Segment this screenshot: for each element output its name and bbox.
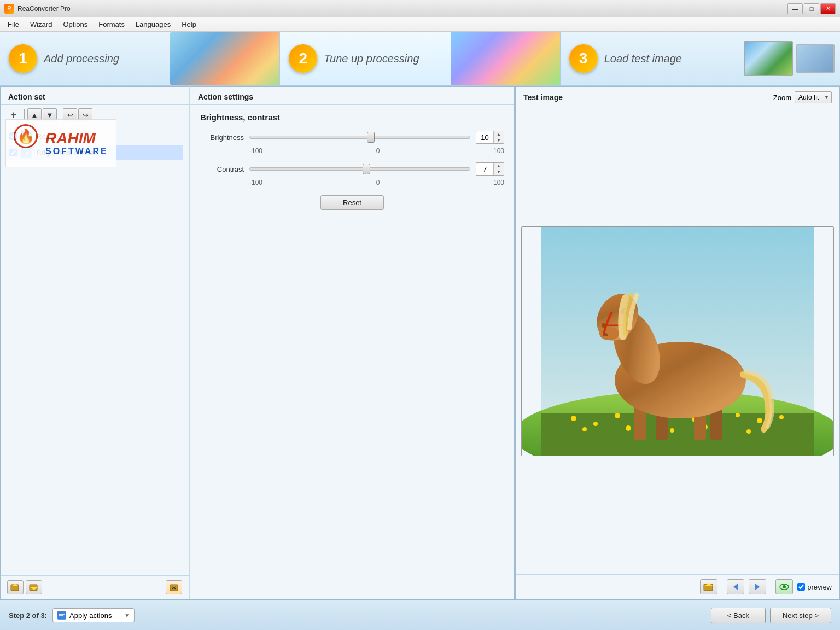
step-dropdown[interactable]: Apply actions ▼ (52, 608, 135, 622)
brightness-min: -100 (249, 147, 262, 155)
preview-checkbox[interactable] (797, 583, 805, 591)
svg-marker-42 (755, 584, 760, 590)
undo-button[interactable]: ↩ (63, 108, 77, 121)
svg-rect-38 (541, 227, 814, 456)
svg-point-44 (783, 585, 786, 588)
close-button[interactable]: ✕ (820, 3, 836, 14)
action-set-bottom (1, 575, 189, 599)
brightness-label: Brightness (200, 133, 244, 142)
next-button[interactable]: Next step > (770, 608, 831, 623)
action-checkbox-resize[interactable] (9, 132, 17, 140)
brightness-labels: -100 0 100 (200, 147, 504, 155)
step-info: Step 2 of 3: Apply actions ▼ (9, 608, 135, 622)
action-checkbox-brightness[interactable] (9, 149, 17, 156)
action-set-title: Action set (1, 87, 189, 105)
next-image-button[interactable] (749, 579, 766, 594)
test-image-title: Test image (523, 93, 563, 102)
step-circle-1: 1 (9, 44, 37, 73)
separator-3 (722, 581, 722, 592)
save-actions-button[interactable] (26, 580, 42, 594)
action-item-resize[interactable]: ⇔ Resize (6, 129, 183, 144)
step-text-2: Tune up processing (324, 52, 419, 65)
dropdown-arrow: ▼ (124, 612, 130, 619)
redo-button[interactable]: ↪ (78, 108, 92, 121)
contrast-min: -100 (249, 179, 262, 186)
brightness-track[interactable] (249, 136, 470, 139)
menu-formats[interactable]: Formats (93, 19, 130, 30)
back-button[interactable]: < Back (711, 608, 766, 623)
menu-help[interactable]: Help (176, 19, 202, 30)
dropdown-icon (57, 611, 66, 620)
horse-image (521, 226, 834, 456)
separator-4 (771, 581, 771, 592)
menu-options[interactable]: Options (57, 19, 93, 30)
test-image-header: Test image Zoom Auto fit 25% 50% 75% 100… (516, 87, 839, 108)
brightness-spin-down[interactable]: ▼ (494, 137, 504, 143)
action-set-toolbar: + ▲ ▼ ↩ ↪ (1, 105, 189, 125)
nav-buttons: < Back Next step > (711, 608, 831, 623)
brightness-spin: ▲ ▼ (493, 131, 504, 143)
preview-text: preview (807, 583, 832, 591)
step-banners: 1 Add processing 2 Tune up processing 3 … (0, 32, 840, 86)
contrast-value-box: 7 ▲ ▼ (476, 162, 504, 176)
status-bar: Step 2 of 3: Apply actions ▼ < Back Next… (0, 599, 840, 630)
action-label-resize: Resize (37, 132, 59, 141)
menu-bar: File Wizard Options Formats Languages He… (0, 18, 840, 32)
contrast-track[interactable] (249, 167, 470, 171)
app-title: ReaConverter Pro (18, 5, 71, 13)
step-text-1: Add processing (44, 52, 119, 65)
contrast-slider[interactable] (249, 162, 470, 176)
step-art-1 (170, 32, 279, 85)
dropdown-label: Apply actions (69, 611, 112, 620)
brightness-value-box: 10 ▲ ▼ (476, 131, 504, 144)
zoom-select-wrapper[interactable]: Auto fit 25% 50% 75% 100% 150% 200% (795, 91, 832, 103)
zoom-control: Zoom Auto fit 25% 50% 75% 100% 150% 200% (773, 91, 832, 103)
menu-file[interactable]: File (2, 19, 25, 30)
contrast-thumb[interactable] (363, 164, 370, 174)
step-info-label: Step 2 of 3: (9, 611, 47, 620)
step-banner-3[interactable]: 3 Load test image (561, 32, 840, 85)
title-bar: R ReaConverter Pro — □ ✕ (0, 0, 840, 18)
action-settings-panel: Action settings Brightness, contrast Bri… (190, 86, 515, 599)
load-image-button[interactable] (700, 579, 718, 594)
test-image-bottom: preview (516, 574, 839, 599)
prev-image-button[interactable] (727, 579, 744, 594)
add-action-button[interactable]: + (6, 108, 21, 121)
brightness-slider[interactable] (249, 131, 470, 144)
eye-button[interactable] (775, 579, 793, 594)
brightness-icon: ☀ (21, 147, 32, 158)
contrast-spin-up[interactable]: ▲ (494, 163, 504, 169)
app-icon: R (4, 4, 14, 14)
menu-wizard[interactable]: Wizard (25, 19, 57, 30)
test-image-area (516, 108, 839, 574)
move-down-button[interactable]: ▼ (43, 108, 57, 121)
reset-button[interactable]: Reset (320, 195, 384, 210)
action-settings-body: Brightness, contrast Brightness 10 ▲ ▼ (190, 105, 514, 218)
brightness-spin-up[interactable]: ▲ (494, 131, 504, 137)
svg-rect-45 (58, 612, 66, 619)
brightness-thumb[interactable] (367, 132, 375, 143)
preview-label[interactable]: preview (797, 583, 832, 591)
maximize-button[interactable]: □ (804, 3, 819, 14)
step-banner-2[interactable]: 2 Tune up processing (280, 32, 560, 85)
action-item-brightness[interactable]: ☀ Brightness, contrast (6, 145, 183, 160)
delete-action-button[interactable] (166, 580, 182, 594)
brightness-row: Brightness 10 ▲ ▼ (200, 131, 504, 144)
brightness-mid: 0 (376, 147, 380, 155)
action-label-brightness: Brightness, contrast (37, 149, 100, 157)
window-controls: — □ ✕ (788, 3, 836, 14)
zoom-select[interactable]: Auto fit 25% 50% 75% 100% 150% 200% (795, 91, 832, 103)
step-circle-2: 2 (289, 44, 317, 73)
menu-languages[interactable]: Languages (130, 19, 176, 30)
contrast-label: Contrast (200, 165, 244, 173)
contrast-spin-down[interactable]: ▼ (494, 169, 504, 175)
step-art-3 (731, 32, 840, 85)
move-up-button[interactable]: ▲ (27, 108, 42, 121)
main-content: Action set + ▲ ▼ ↩ ↪ ⇔ Resize (0, 86, 840, 599)
load-actions-button[interactable] (7, 580, 24, 594)
contrast-labels: -100 0 100 (200, 179, 504, 186)
minimize-button[interactable]: — (788, 3, 803, 14)
action-set-panel: Action set + ▲ ▼ ↩ ↪ ⇔ Resize (0, 86, 189, 599)
step-banner-1[interactable]: 1 Add processing (0, 32, 280, 85)
contrast-row: Contrast 7 ▲ ▼ (200, 162, 504, 176)
